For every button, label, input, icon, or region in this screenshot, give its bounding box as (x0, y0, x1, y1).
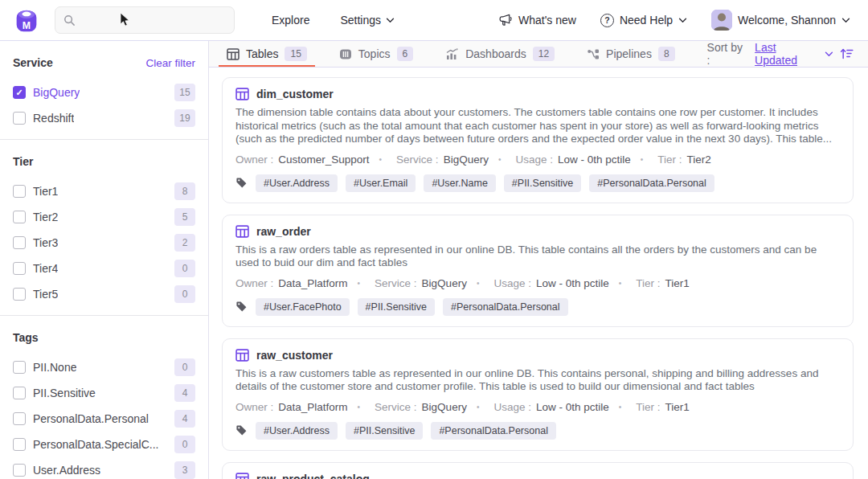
global-search[interactable] (55, 6, 235, 34)
filter-count-badge: 19 (174, 109, 195, 127)
tag-chip[interactable]: #PII.Sensitive (504, 174, 581, 192)
section-title-tags: Tags (13, 331, 39, 344)
filter-option-tier2[interactable]: Tier2 5 (13, 204, 195, 230)
checkbox-icon[interactable] (13, 236, 26, 249)
section-title-service: Service (13, 56, 53, 69)
entity-title-link[interactable]: dim_customer (256, 88, 334, 100)
filter-option-personaldata-special[interactable]: PersonalData.SpecialC... 0 (13, 432, 195, 457)
nav-settings-label: Settings (340, 14, 381, 27)
entity-description: This is a raw orders table as represente… (235, 244, 840, 270)
filter-label: User.Address (33, 464, 100, 477)
user-menu[interactable]: Welcome, Shannon (711, 10, 850, 31)
openmetadata-logo-icon: M (11, 5, 42, 35)
tag-chip[interactable]: #PII.Sensitive (358, 298, 435, 316)
entity-title-link[interactable]: raw_product_catalog (256, 473, 370, 479)
meta-label: Tier : (636, 401, 660, 413)
filter-option-pii-sensitive[interactable]: PII.Sensitive 4 (13, 380, 195, 406)
tag-chip[interactable]: #PersonalData.Personal (589, 174, 714, 192)
openmetadata-logo[interactable]: M (11, 5, 42, 35)
filter-option-pii-none[interactable]: PII.None 0 (13, 354, 195, 380)
sort-by-label: Sort by : (707, 41, 749, 67)
filter-option-redshift[interactable]: Redshift 19 (13, 105, 195, 131)
tag-chip[interactable]: #User.Name (424, 174, 495, 192)
filter-label: Tier4 (33, 262, 58, 275)
search-input[interactable] (82, 14, 226, 27)
checkbox-checked-icon[interactable] (13, 86, 26, 99)
filter-label: PII.Sensitive (33, 387, 96, 399)
meta-label: Usage : (493, 401, 531, 413)
whats-new-button[interactable]: What's new (499, 14, 576, 27)
tag-chip[interactable]: #User.Email (346, 174, 416, 192)
filter-option-tier3[interactable]: Tier3 2 (13, 230, 195, 256)
tab-label: Topics (358, 47, 391, 60)
nav-explore[interactable]: Explore (272, 14, 309, 27)
tab-pipelines[interactable]: Pipelines 8 (587, 41, 675, 67)
meta-label: Tier : (636, 277, 660, 289)
checkbox-icon[interactable] (13, 438, 26, 451)
filter-option-tier1[interactable]: Tier1 8 (13, 178, 195, 204)
table-icon (235, 473, 249, 479)
meta-label: Owner : (235, 154, 273, 166)
tab-dashboards[interactable]: Dashboards 12 (445, 41, 555, 67)
meta-label: Service : (396, 154, 439, 166)
need-help-menu[interactable]: ? Need Help (600, 14, 687, 27)
meta-value: BigQuery (422, 401, 467, 413)
checkbox-icon[interactable] (13, 288, 26, 301)
meta-label: Usage : (515, 154, 553, 166)
checkbox-icon[interactable] (13, 412, 26, 425)
tag-chip[interactable]: #User.FacePhoto (256, 298, 350, 316)
tag-icon (235, 177, 248, 189)
tag-icon (235, 301, 248, 313)
filter-label: BigQuery (33, 86, 80, 99)
sort-order-icon[interactable] (840, 47, 854, 60)
filter-option-tier4[interactable]: Tier4 0 (13, 256, 195, 281)
tag-chip[interactable]: #PersonalData.Personal (443, 298, 568, 316)
megaphone-icon (499, 14, 513, 27)
checkbox-icon[interactable] (13, 211, 26, 223)
filter-label: PII.None (33, 361, 76, 374)
filter-label: Tier3 (33, 236, 58, 249)
checkbox-icon[interactable] (13, 387, 26, 399)
checkbox-icon[interactable] (13, 464, 26, 477)
entity-meta-row: Owner :Data_Platform Service :BigQuery U… (235, 277, 840, 289)
clear-filter-link[interactable]: Clear filter (145, 57, 195, 69)
filter-label: Tier5 (33, 288, 58, 301)
welcome-label: Welcome, Shannon (738, 14, 836, 27)
entity-tags-row: #User.Address #User.Email #User.Name #PI… (235, 174, 840, 192)
table-card-raw-product-catalog[interactable]: raw_product_catalog (222, 462, 854, 479)
sort-value-dropdown[interactable]: Last Updated (755, 41, 833, 67)
app-window: M Explore Settings (0, 0, 868, 479)
chevron-down-icon (841, 18, 850, 23)
table-card-dim-customer[interactable]: dim_customer The dimension table contain… (222, 77, 854, 203)
tab-tables[interactable]: Tables 15 (227, 41, 307, 67)
filter-option-personaldata-personal[interactable]: PersonalData.Personal 4 (13, 406, 195, 432)
meta-label: Owner : (235, 401, 273, 413)
filter-count-badge: 5 (174, 208, 195, 226)
tag-chip[interactable]: #User.Address (256, 174, 338, 192)
meta-value: BigQuery (422, 277, 467, 289)
entity-title-link[interactable]: raw_customer (256, 349, 333, 362)
table-card-raw-order[interactable]: raw_order This is a raw orders table as … (222, 215, 854, 327)
filter-section-tier: Tier Tier1 8 Tier2 5 Tier3 2 (13, 140, 195, 307)
tag-chip[interactable]: #User.Address (256, 422, 338, 440)
checkbox-icon[interactable] (13, 361, 26, 374)
checkbox-icon[interactable] (13, 112, 26, 125)
need-help-label: Need Help (620, 14, 673, 27)
tag-chip[interactable]: #PersonalData.Personal (431, 422, 556, 440)
filter-count-badge: 4 (174, 410, 195, 428)
checkbox-icon[interactable] (13, 262, 26, 275)
filter-option-user-address[interactable]: User.Address 3 (13, 457, 195, 479)
filter-option-bigquery[interactable]: BigQuery 15 (13, 80, 195, 105)
tag-chip[interactable]: #PII.Sensitive (346, 422, 423, 440)
nav-settings[interactable]: Settings (340, 14, 395, 27)
filter-option-tier5[interactable]: Tier5 0 (13, 281, 195, 307)
table-card-raw-customer[interactable]: raw_customer This is a raw customers tab… (222, 338, 854, 451)
search-icon (63, 14, 76, 27)
entity-title-link[interactable]: raw_order (256, 225, 311, 238)
checkbox-icon[interactable] (13, 185, 26, 198)
avatar-person-icon (711, 10, 732, 31)
filter-label: Tier1 (33, 185, 58, 198)
sort-selected-option: Last Updated (755, 41, 821, 67)
tab-topics[interactable]: Topics 6 (339, 41, 413, 67)
filter-label: PersonalData.SpecialC... (33, 438, 158, 451)
